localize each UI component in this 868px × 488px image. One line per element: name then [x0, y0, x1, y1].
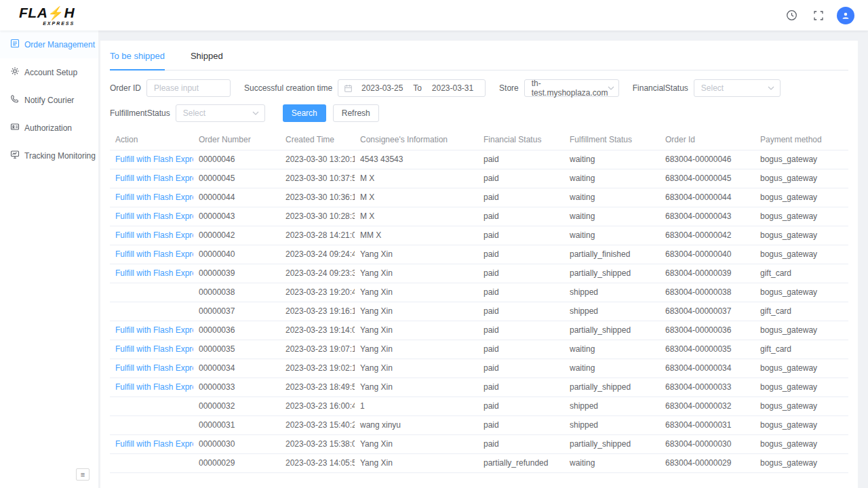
consignee-cell: Yang Xin	[355, 245, 478, 264]
payment-method-cell: gift_card	[755, 264, 848, 283]
financial-status-cell: paid	[478, 207, 564, 226]
financial-status-label: FinancialStatus	[633, 83, 688, 93]
table-row: 000000312023-03-23 15:40:23wang xinyupai…	[110, 415, 848, 434]
sidebar-item-tracking-monitoring[interactable]: Tracking Monitoring	[0, 142, 98, 169]
table-row: Fulfill with Flash Express000000422023-0…	[110, 226, 848, 245]
consignee-cell: 1	[355, 396, 478, 415]
sidebar-item-label: Account Setup	[24, 68, 77, 77]
action-cell: Fulfill with Flash Express	[110, 169, 193, 188]
action-cell	[110, 283, 193, 302]
top-bar: FLA⚡H EXPRESS	[0, 0, 868, 30]
date-start-value[interactable]: 2023-03-25	[355, 83, 409, 93]
gear-icon	[10, 66, 20, 78]
order-number-cell: 00000035	[193, 340, 280, 359]
consignee-cell: wang xinyu	[355, 415, 478, 434]
table-row: Fulfill with Flash Express000000332023-0…	[110, 378, 848, 396]
orders-card: To be shipped Shipped Order ID Successfu…	[100, 41, 858, 488]
main-content: To be shipped Shipped Order ID Successfu…	[98, 30, 868, 488]
logo-wordmark: FLA⚡H	[19, 5, 75, 20]
created-time-cell: 2023-03-24 09:24:43	[280, 245, 355, 264]
fulfill-with-flash-express-link[interactable]: Fulfill with Flash Express	[115, 192, 193, 202]
date-range-picker[interactable]: 2023-03-25 To 2023-03-31	[338, 79, 486, 97]
tab-to-be-shipped[interactable]: To be shipped	[110, 51, 165, 70]
store-select[interactable]: th-test.myshoplaza.com	[524, 79, 619, 97]
chevron-down-icon	[768, 86, 774, 90]
fulfill-with-flash-express-link[interactable]: Fulfill with Flash Express	[115, 325, 193, 335]
fulfill-with-flash-express-link[interactable]: Fulfill with Flash Express	[115, 155, 193, 164]
phone-icon	[10, 94, 20, 106]
fullscreen-icon[interactable]	[810, 7, 827, 24]
sidebar-item-authorization[interactable]: Authorization	[0, 114, 98, 142]
payment-method-cell: bogus_gateway	[755, 378, 848, 396]
refresh-button[interactable]: Refresh	[333, 104, 379, 122]
fulfillment-status-select[interactable]: Select	[176, 104, 265, 122]
order-id-cell: 683004-00000030	[660, 434, 755, 453]
user-avatar[interactable]	[837, 7, 854, 24]
action-cell: Fulfill with Flash Express	[110, 340, 193, 359]
created-time-cell: 2023-03-23 15:40:23	[280, 415, 355, 434]
order-id-cell: 683004-00000036	[660, 321, 755, 340]
order-number-cell: 00000029	[193, 453, 280, 472]
tab-shipped[interactable]: Shipped	[191, 51, 223, 70]
sidebar-item-notify-courier[interactable]: Notify Courier	[0, 86, 98, 114]
fulfillment-status-cell: waiting	[564, 453, 660, 472]
column-header-action: Action	[110, 130, 193, 150]
table-row: 000000382023-03-23 19:20:49Yang Xinpaids…	[110, 283, 848, 302]
payment-method-cell: bogus_gateway	[755, 415, 848, 434]
order-number-cell: 00000038	[193, 283, 280, 302]
monitor-icon	[10, 150, 20, 161]
fulfill-with-flash-express-link[interactable]: Fulfill with Flash Express	[115, 382, 193, 392]
payment-method-cell: bogus_gateway	[755, 359, 848, 378]
payment-method-cell: gift_card	[755, 340, 848, 359]
order-tabs: To be shipped Shipped	[110, 41, 848, 70]
action-cell: Fulfill with Flash Express	[110, 207, 193, 226]
fulfillment-status-cell: shipped	[564, 396, 660, 415]
consignee-cell: Yang Xin	[355, 302, 478, 321]
payment-method-cell: bogus_gateway	[755, 321, 848, 340]
financial-status-placeholder: Select	[701, 83, 724, 93]
order-id-cell: 683004-00000035	[660, 340, 755, 359]
collapse-sidebar-button[interactable]: ≡	[76, 468, 90, 481]
action-cell: Fulfill with Flash Express	[110, 434, 193, 453]
sidebar-item-order-management[interactable]: Order Management	[0, 30, 98, 58]
financial-status-cell: paid	[478, 283, 564, 302]
sidebar-item-label: Tracking Monitoring	[24, 151, 96, 161]
store-select-value: th-test.myshoplaza.com	[532, 79, 608, 98]
table-row: Fulfill with Flash Express000000362023-0…	[110, 321, 848, 340]
order-number-cell: 00000033	[193, 378, 280, 396]
fulfill-with-flash-express-link[interactable]: Fulfill with Flash Express	[115, 249, 193, 259]
fulfill-with-flash-express-link[interactable]: Fulfill with Flash Express	[115, 344, 193, 354]
fulfill-with-flash-express-link[interactable]: Fulfill with Flash Express	[115, 230, 193, 240]
fulfill-with-flash-express-link[interactable]: Fulfill with Flash Express	[115, 363, 193, 373]
created-time-cell: 2023-03-23 19:16:11	[280, 302, 355, 321]
date-end-value[interactable]: 2023-03-31	[426, 83, 479, 93]
fulfillment-status-placeholder: Select	[183, 108, 205, 118]
search-button[interactable]: Search	[283, 104, 326, 122]
order-id-cell: 683004-00000046	[660, 150, 755, 169]
fulfill-with-flash-express-link[interactable]: Fulfill with Flash Express	[115, 268, 193, 278]
financial-status-cell: paid	[478, 396, 564, 415]
history-icon[interactable]	[783, 7, 800, 24]
fulfill-with-flash-express-link[interactable]: Fulfill with Flash Express	[115, 439, 193, 449]
created-time-cell: 2023-03-30 10:37:56	[280, 169, 355, 188]
column-header-order-id: Order Id	[660, 130, 755, 150]
payment-method-cell: gift_card	[755, 302, 848, 321]
financial-status-select[interactable]: Select	[694, 79, 781, 97]
order-id-cell: 683004-00000032	[660, 396, 755, 415]
created-time-cell: 2023-03-30 10:36:15	[280, 188, 355, 207]
payment-method-cell: bogus_gateway	[755, 245, 848, 264]
created-time-cell: 2023-03-28 14:21:00	[280, 226, 355, 245]
created-time-cell: 2023-03-23 16:00:46	[280, 396, 355, 415]
order-number-cell: 00000032	[193, 396, 280, 415]
fulfillment-status-cell: waiting	[564, 188, 660, 207]
payment-method-cell: bogus_gateway	[755, 434, 848, 453]
fulfill-with-flash-express-link[interactable]: Fulfill with Flash Express	[115, 211, 193, 221]
fulfill-with-flash-express-link[interactable]: Fulfill with Flash Express	[115, 174, 193, 183]
fulfillment-status-cell: waiting	[564, 340, 660, 359]
action-cell: Fulfill with Flash Express	[110, 359, 193, 378]
orders-table-header: Action Order Number Created Time Consign…	[110, 130, 848, 150]
order-id-input[interactable]	[146, 79, 231, 97]
order-id-cell: 683004-00000039	[660, 264, 755, 283]
order-id-cell: 683004-00000038	[660, 283, 755, 302]
sidebar-item-account-setup[interactable]: Account Setup	[0, 58, 98, 86]
